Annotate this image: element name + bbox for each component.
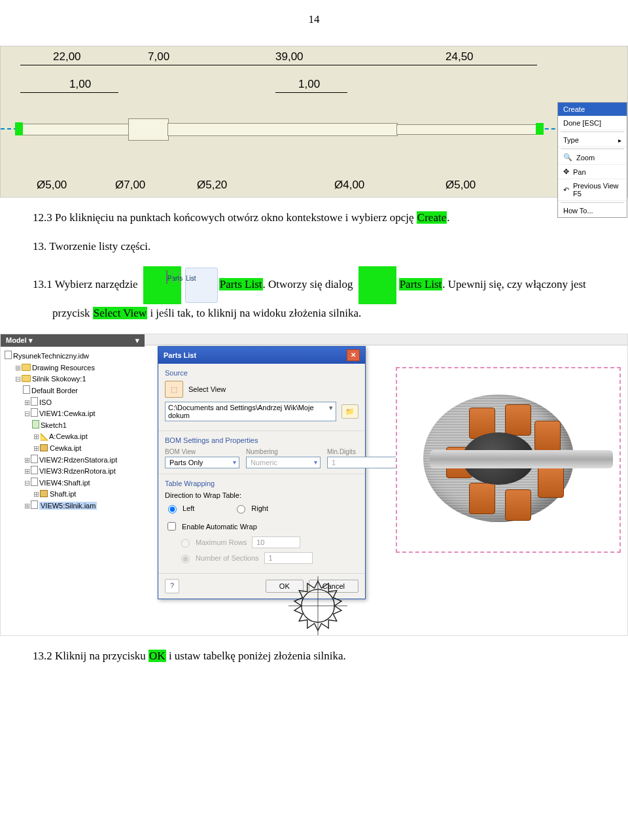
browse-button[interactable]: 📁 [341, 404, 358, 419]
tree-item[interactable]: ⊟VIEW1:Cewka.ipt [5, 408, 141, 420]
page-number: 14 [33, 0, 595, 46]
section-bom: BOM Settings and Properties [165, 436, 358, 444]
coil [505, 404, 531, 436]
tree-item-selected[interactable]: ⊞VIEW5:Silnik.iam [5, 500, 141, 512]
parts-list-toolbar-icon: Parts List [185, 268, 218, 303]
tree-item[interactable]: ⊞Drawing Resources [5, 362, 141, 374]
tree-item[interactable]: ⊟VIEW4:Shaft.ipt [5, 478, 141, 489]
bom-view-label: BOM View [165, 448, 239, 455]
mindigits-label: Min.Digits [327, 448, 402, 455]
section-source: Source [165, 369, 358, 377]
tree-item[interactable]: Sketch1 [5, 420, 141, 432]
radio-max-rows: Maximum Rows [178, 537, 247, 548]
dim-bot: Ø7,00 [115, 179, 145, 192]
ruler [145, 334, 627, 345]
close-icon[interactable]: ✕ [347, 349, 360, 361]
technical-drawing: 22,00 7,00 39,00 24,50 1,00 1,00 Ø5,00 Ø… [0, 46, 628, 198]
num-sections-input: 1 [264, 552, 313, 564]
tree-item[interactable]: RysunekTechniczny.idw [5, 351, 141, 362]
inventor-screenshot: Model ▾ ▾ RysunekTechniczny.idw ⊞Drawing… [0, 334, 628, 636]
paragraph-13-1: 13.1 Wybierz narzędzie Parts List Parts … [33, 266, 595, 322]
max-rows-input: 10 [252, 536, 300, 548]
dialog-titlebar[interactable]: Parts List ✕ [158, 347, 365, 364]
dim-bot: Ø5,00 [445, 179, 476, 192]
context-menu: Create Done [ESC] Type▸ 🔍Zoom ✥Pan ↶Prev… [557, 102, 627, 218]
section-wrap: Table Wrapping [165, 480, 358, 487]
dim-top: 7,00 [148, 50, 169, 63]
checkbox-auto-wrap[interactable]: Enable Automatic Wrap [165, 520, 358, 533]
tree-item[interactable]: ⊟Silnik Skokowy:1 [5, 374, 141, 385]
drawing-canvas[interactable]: Parts List ✕ Source ⬚ Select View C:\Doc… [145, 334, 627, 635]
wrap-direction-label: Direction to Wrap Table: [165, 491, 358, 499]
zoom-icon: 🔍 [563, 153, 572, 162]
tree-item[interactable]: ⊞Cewka.ipt [5, 443, 141, 455]
menu-howto[interactable]: How To... [558, 204, 627, 217]
tree-item[interactable]: ⊞📐A:Cewka.ipt [5, 431, 141, 443]
coil [469, 483, 495, 514]
model-browser: Model ▾ ▾ RysunekTechniczny.idw ⊞Drawing… [1, 334, 145, 635]
green-highlight-block [358, 266, 396, 304]
tree-item[interactable]: ⊞Shaft.ipt [5, 489, 141, 500]
tree-item[interactable]: ⊞ISO [5, 397, 141, 409]
highlight-ok: OK [148, 650, 166, 662]
model-tree: RysunekTechniczny.idw ⊞Drawing Resources… [1, 347, 145, 516]
dim-bot: Ø5,00 [37, 179, 67, 192]
select-view-label: Select View [188, 385, 226, 393]
numbering-select: Numeric [246, 457, 321, 468]
coil [534, 421, 561, 452]
dim-top: 39,00 [275, 50, 304, 63]
pan-icon: ✥ [563, 167, 569, 176]
chevron-right-icon: ▸ [618, 137, 621, 144]
menu-pan[interactable]: ✥Pan [558, 165, 627, 179]
tree-item[interactable]: ⊞VIEW2:RdzenStatora.ipt [5, 455, 141, 466]
dim-top: 22,00 [53, 50, 81, 63]
radio-num-sections: Number of Sections [178, 553, 259, 563]
coil [538, 466, 564, 498]
menu-type[interactable]: Type▸ [558, 133, 627, 147]
shaft [430, 450, 613, 468]
tree-item[interactable]: Default Border [5, 385, 141, 397]
dim-mid: 1,00 [298, 78, 320, 91]
help-button[interactable]: ? [165, 579, 179, 593]
paragraph-13-2: 13.2 Kliknij na przycisku OK i ustaw tab… [33, 648, 595, 665]
radio-left[interactable]: Left [165, 503, 194, 514]
menu-done[interactable]: Done [ESC] [558, 116, 627, 130]
mindigits-select: 1 [327, 457, 402, 468]
heading-13: 13. Tworzenie listy części. [33, 238, 595, 255]
highlight-create: Create [417, 211, 447, 224]
chevron-down-icon: ▾ [135, 336, 139, 345]
paragraph-12-3: 12.3 Po kliknięciu na punktach końcowych… [33, 209, 595, 226]
menu-create[interactable]: Create [558, 103, 627, 116]
numbering-label: Numbering [246, 448, 321, 455]
coil [505, 489, 531, 521]
file-path-input[interactable]: C:\Documents and Settings\Andrzej Wik\Mo… [165, 402, 336, 421]
gear-sketch [288, 576, 347, 635]
motor-assembly-view[interactable] [396, 367, 621, 553]
select-view-button[interactable]: ⬚ [165, 381, 183, 398]
model-browser-header[interactable]: Model ▾ ▾ [1, 334, 145, 347]
dim-top: 24,50 [445, 50, 474, 63]
parts-list-dialog: Parts List ✕ Source ⬚ Select View C:\Doc… [158, 346, 366, 599]
highlight-parts-list: Parts List [219, 278, 263, 290]
radio-right[interactable]: Right [234, 503, 268, 514]
dim-mid: 1,00 [69, 78, 91, 91]
dim-bot: Ø5,20 [197, 179, 227, 192]
tree-item[interactable]: ⊞VIEW3:RdzenRotora.ipt [5, 466, 141, 478]
highlight-parts-list-2: Parts List [399, 278, 443, 290]
menu-previous-view[interactable]: ↶Previous View F5 [558, 179, 627, 201]
dim-bot: Ø4,00 [334, 179, 364, 192]
menu-zoom[interactable]: 🔍Zoom [558, 150, 627, 165]
previous-icon: ↶ [563, 186, 569, 194]
bom-view-select[interactable]: Parts Only [165, 457, 239, 468]
highlight-select-view: Select View [93, 307, 147, 319]
